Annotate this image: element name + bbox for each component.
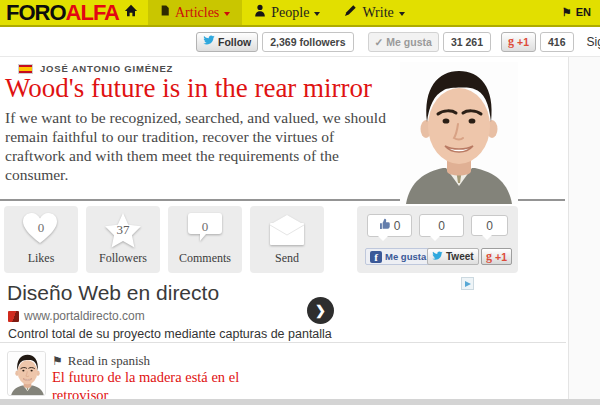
facebook-megusta-label: Me gusta bbox=[385, 251, 426, 262]
twitter-bird-icon bbox=[432, 251, 443, 263]
check-icon: ✓ bbox=[375, 36, 384, 48]
heart-icon: 0 bbox=[22, 212, 60, 248]
top-nav-bar: FOROALFA Articles People bbox=[0, 0, 600, 27]
right-margin-panel bbox=[568, 57, 600, 399]
author-avatar[interactable] bbox=[7, 351, 46, 396]
article-title: Wood's future is in the rear mirror bbox=[5, 74, 405, 104]
flag-icon: ⚑ bbox=[52, 354, 63, 369]
envelope-icon bbox=[268, 212, 306, 248]
speech-bubble-icon: 0 bbox=[186, 212, 224, 248]
chevron-down-icon bbox=[314, 12, 320, 16]
send-label: Send bbox=[250, 251, 324, 266]
ad-url-row[interactable]: www.portaldirecto.com bbox=[8, 309, 145, 323]
chevron-down-icon bbox=[224, 12, 230, 16]
twitter-follow-label: Follow bbox=[218, 36, 251, 48]
ad-arrow-button[interactable]: ❯ bbox=[307, 297, 334, 324]
chevron-right-icon: ❯ bbox=[315, 303, 326, 318]
followers-count: 37 bbox=[104, 222, 142, 238]
plusone-count: 0 bbox=[471, 215, 508, 236]
facebook-megusta-button[interactable]: f Me gusta bbox=[365, 248, 431, 265]
chevron-down-icon bbox=[399, 12, 405, 16]
google-g-icon: g bbox=[486, 249, 492, 264]
nav-people[interactable]: People bbox=[242, 0, 332, 25]
ad-url: www.portaldirecto.com bbox=[24, 309, 145, 323]
facebook-share-count-value: 0 bbox=[394, 219, 401, 233]
site-logo[interactable]: FOROALFA bbox=[6, 1, 119, 25]
likes-label: Likes bbox=[4, 251, 78, 266]
logo-alfa: ALFA bbox=[66, 0, 119, 25]
flag-icon: ⚑ bbox=[562, 7, 572, 18]
facebook-f-icon: f bbox=[370, 251, 382, 263]
spain-flag-icon bbox=[18, 64, 33, 74]
foroalfa-article-page: FOROALFA Articles People bbox=[0, 0, 600, 405]
read-in-spanish-row: ⚑ Read in spanish bbox=[52, 353, 150, 369]
language-switcher[interactable]: ⚑ EN bbox=[562, 6, 591, 18]
nav-articles[interactable]: Articles bbox=[148, 0, 242, 25]
twitter-follower-count[interactable]: 2,369 followers bbox=[262, 32, 353, 52]
twitter-follow-button[interactable]: Follow bbox=[196, 32, 258, 52]
nav-home[interactable] bbox=[114, 0, 148, 25]
nav-articles-label: Articles bbox=[175, 5, 219, 21]
facebook-like-button[interactable]: ✓ Me gusta bbox=[368, 32, 439, 52]
tweet-label: Tweet bbox=[446, 251, 474, 262]
language-label: EN bbox=[576, 6, 591, 18]
document-icon bbox=[160, 4, 170, 21]
facebook-share-count: 0 bbox=[367, 214, 412, 237]
plusone-label: +1 bbox=[495, 251, 507, 263]
adchoices-icon[interactable] bbox=[461, 277, 474, 290]
page-bottom-edge bbox=[0, 399, 600, 405]
comments-label: Comments bbox=[168, 251, 242, 266]
tweet-count: 0 bbox=[419, 214, 464, 237]
ad-favicon-icon bbox=[8, 311, 19, 322]
nav-write[interactable]: Write bbox=[332, 0, 416, 25]
ad-headline[interactable]: Diseño Web en directo bbox=[7, 281, 219, 305]
likes-card[interactable]: 0 Likes bbox=[4, 206, 78, 273]
comments-count: 0 bbox=[186, 219, 224, 235]
nav-write-label: Write bbox=[362, 5, 393, 21]
pencil-icon bbox=[344, 4, 357, 21]
plusone-count-value: 0 bbox=[486, 219, 493, 233]
google-plus-follow-link[interactable]: Siguenos en Google+ bbox=[587, 35, 600, 49]
main-navigation: Articles People Write bbox=[114, 0, 417, 25]
plusone-label: +1 bbox=[517, 36, 529, 48]
ad-description: Control total de su proyecto mediante ca… bbox=[8, 327, 332, 341]
likes-count: 0 bbox=[22, 220, 60, 236]
twitter-bird-icon bbox=[203, 35, 215, 48]
google-plusone-count[interactable]: 416 bbox=[540, 32, 574, 52]
article-summary: If we want to be recognized, searched, a… bbox=[5, 109, 398, 185]
facebook-like-label: Me gusta bbox=[386, 36, 432, 48]
read-in-spanish-label: Read in spanish bbox=[68, 353, 150, 369]
home-icon bbox=[124, 4, 138, 21]
followers-label: Followers bbox=[86, 251, 160, 266]
tweet-button[interactable]: Tweet bbox=[427, 248, 479, 265]
google-g-icon: g bbox=[508, 34, 514, 49]
person-icon bbox=[254, 4, 266, 21]
star-icon: 37 bbox=[104, 212, 142, 248]
google-plusone-button[interactable]: g +1 bbox=[501, 32, 536, 52]
followers-card[interactable]: 37 Followers bbox=[86, 206, 160, 273]
social-share-strip: Follow 2,369 followers ✓ Me gusta 31 261… bbox=[0, 27, 600, 57]
nav-people-label: People bbox=[271, 5, 309, 21]
send-card[interactable]: Send bbox=[250, 206, 324, 273]
facebook-like-count[interactable]: 31 261 bbox=[443, 32, 491, 52]
author-photo bbox=[400, 62, 518, 204]
tweet-count-value: 0 bbox=[438, 219, 445, 233]
ad-divider bbox=[0, 342, 566, 343]
comments-card[interactable]: 0 Comments bbox=[168, 206, 242, 273]
gplus-plusone-button[interactable]: g +1 bbox=[481, 248, 512, 265]
thumb-up-icon bbox=[379, 218, 391, 233]
share-widgets-card: 0 0 0 f Me gusta Tweet g +1 bbox=[357, 206, 518, 273]
logo-foro: FORO bbox=[6, 0, 66, 25]
